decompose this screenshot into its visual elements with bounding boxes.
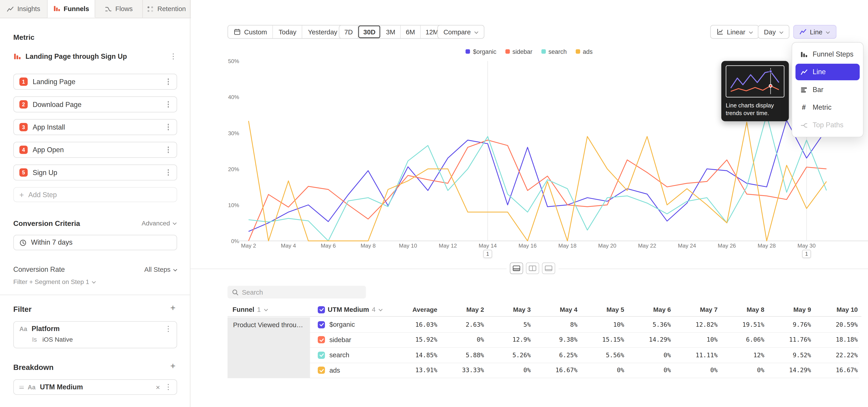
column-header-may-2[interactable]: May 2 <box>438 306 485 313</box>
add-step-button[interactable]: + Add Step <box>13 187 177 202</box>
menu-item-line[interactable]: Line <box>796 64 860 80</box>
filter-operator[interactable]: Is <box>32 336 37 343</box>
conversion-window-row[interactable]: Within 7 days <box>13 235 177 250</box>
column-header-may-8[interactable]: May 8 <box>719 306 766 313</box>
series-checkbox[interactable] <box>318 367 325 374</box>
funnel-step-row[interactable]: 4 App Open <box>13 142 177 158</box>
tab-flows[interactable]: Flows <box>95 0 143 18</box>
menu-item-funnel-steps[interactable]: Funnel Steps <box>796 46 860 62</box>
series-checkbox[interactable] <box>318 351 325 358</box>
funnel-step-row[interactable]: 2 Download Page <box>13 96 177 113</box>
table-row-$organic[interactable]: $organic <box>310 317 394 333</box>
range-7d[interactable]: 7D <box>339 26 358 38</box>
breakdown-item-card[interactable]: Aa UTM Medium × <box>13 379 177 395</box>
column-header-may-3[interactable]: May 3 <box>485 306 532 313</box>
funnel-title-row[interactable]: Landing Page through Sign Up <box>13 50 177 63</box>
line-chart-preview-thumbnail <box>726 65 784 97</box>
annotation-badge[interactable]: 1 <box>802 250 811 258</box>
table-row-ads[interactable]: ads <box>310 363 394 378</box>
column-header-average[interactable]: Average <box>394 306 438 313</box>
legend-item[interactable]: ads <box>576 48 592 55</box>
kebab-menu-icon[interactable] <box>164 324 172 333</box>
add-breakdown-button[interactable]: + <box>170 362 176 370</box>
kebab-menu-icon[interactable] <box>164 146 172 154</box>
breakdown-heading: Breakdown <box>13 363 54 372</box>
series-checkbox[interactable] <box>318 321 325 328</box>
legend-item[interactable]: search <box>541 48 567 55</box>
series-checkbox[interactable] <box>318 336 325 343</box>
breakdown-column-selector[interactable]: UTM Medium 4 <box>310 306 394 313</box>
advanced-dropdown[interactable]: Advanced <box>142 220 177 226</box>
menu-item-metric[interactable]: # Metric <box>796 99 860 116</box>
line-chart-icon <box>800 68 808 76</box>
funnel-step-row[interactable]: 5 Sign Up <box>13 164 177 181</box>
view-toggle-chart-only-icon[interactable] <box>542 262 555 274</box>
series-line-ads[interactable] <box>249 121 827 241</box>
menu-item-label: Top Paths <box>813 121 843 129</box>
today-button[interactable]: Today <box>273 26 303 38</box>
funnel-step-row[interactable]: 3 App Install <box>13 119 177 135</box>
table-search[interactable] <box>228 286 366 299</box>
kebab-menu-icon[interactable] <box>164 123 172 131</box>
table-value-cell: 14.29% <box>765 363 812 378</box>
view-toggle-chart-and-table-icon[interactable] <box>510 262 523 274</box>
kebab-menu-icon[interactable] <box>169 52 177 61</box>
granularity-day-button[interactable]: Day <box>758 25 789 39</box>
legend-item[interactable]: sidebar <box>505 48 532 55</box>
column-header-may-4[interactable]: May 4 <box>532 306 579 313</box>
bar-chart-icon <box>800 86 808 94</box>
search-icon <box>232 289 239 295</box>
add-filter-button[interactable]: + <box>170 304 176 312</box>
remove-breakdown-icon[interactable]: × <box>156 383 160 391</box>
filter-value[interactable]: iOS Native <box>42 336 73 343</box>
table-value-cell: 20.59% <box>812 317 859 333</box>
column-header-may-7[interactable]: May 7 <box>672 306 719 313</box>
kebab-menu-icon[interactable] <box>164 168 172 177</box>
view-toggle-side-by-side-icon[interactable] <box>526 262 539 274</box>
table-value-cell: 6.25% <box>532 348 579 363</box>
series-line-$organic[interactable] <box>249 120 827 231</box>
linear-scale-button[interactable]: Linear <box>710 25 759 39</box>
series-line-sidebar[interactable] <box>249 140 827 241</box>
range-3m[interactable]: 3M <box>381 26 401 38</box>
table-row-sidebar[interactable]: sidebar <box>310 333 394 348</box>
yesterday-button[interactable]: Yesterday <box>303 26 343 38</box>
column-header-may-6[interactable]: May 6 <box>625 306 672 313</box>
all-steps-dropdown[interactable]: All Steps <box>144 266 177 274</box>
drag-handle-icon[interactable] <box>20 386 24 388</box>
legend-item[interactable]: $organic <box>466 48 496 55</box>
kebab-menu-icon[interactable] <box>164 100 172 109</box>
retention-icon <box>147 5 154 12</box>
menu-item-top-paths: Top Paths <box>796 117 860 133</box>
range-30d[interactable]: 30D <box>358 26 381 38</box>
table-value-cell: 5.56% <box>579 348 625 363</box>
sidebar-divider <box>0 294 190 295</box>
search-input[interactable] <box>242 288 362 296</box>
select-all-checkbox[interactable] <box>318 306 325 313</box>
custom-date-button[interactable]: Custom <box>228 26 273 38</box>
tab-label: Retention <box>157 5 186 13</box>
kebab-menu-icon[interactable] <box>164 77 172 86</box>
range-6m[interactable]: 6M <box>401 26 421 38</box>
column-header-may-10[interactable]: May 10 <box>812 306 859 313</box>
menu-item-bar[interactable]: Bar <box>796 82 860 98</box>
series-name: ads <box>329 367 340 374</box>
table-value-cell: 18.18% <box>812 333 859 348</box>
column-header-may-5[interactable]: May 5 <box>579 306 625 313</box>
tab-funnels[interactable]: Funnels <box>48 0 95 18</box>
chart-type-button[interactable]: Line <box>793 25 836 39</box>
tab-retention[interactable]: Retention <box>143 0 191 18</box>
funnel-row-label[interactable]: Product Viewed through P... <box>228 317 310 378</box>
annotation-badge[interactable]: 1 <box>483 250 492 258</box>
filter-segment-dropdown[interactable]: Filter + Segment on Step 1 <box>13 279 96 285</box>
filter-heading: Filter <box>13 305 32 313</box>
table-value-cell: 10% <box>579 317 625 333</box>
kebab-menu-icon[interactable] <box>164 383 172 392</box>
filter-item-card[interactable]: Aa Platform Is iOS Native <box>13 321 177 348</box>
tab-insights[interactable]: Insights <box>0 0 48 18</box>
funnel-step-row[interactable]: 1 Landing Page <box>13 74 177 90</box>
funnel-column-selector[interactable]: Funnel 1 <box>228 306 310 313</box>
table-row-search[interactable]: search <box>310 348 394 363</box>
column-header-may-9[interactable]: May 9 <box>765 306 812 313</box>
compare-button[interactable]: Compare <box>437 25 485 39</box>
